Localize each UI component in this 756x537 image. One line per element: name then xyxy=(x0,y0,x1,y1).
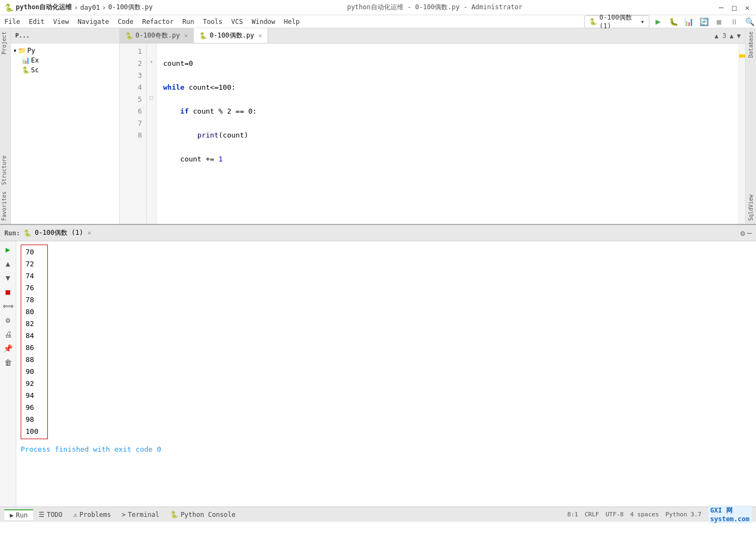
problems-text: Problems xyxy=(79,511,111,519)
run-panel-content: ▶ ▲ ▼ ■ ⟺ ⚙ 🖨 📌 🗑 70 72 74 76 7 xyxy=(0,241,756,507)
gutter-8 xyxy=(147,127,156,139)
project-panel: P... ▾ 📁 Py 📊 Ex 🐍 Sc xyxy=(11,28,120,224)
app-name: python自动化运维 xyxy=(16,3,72,12)
bottom-tab-todo[interactable]: ☰ TODO xyxy=(33,510,68,520)
toolbar-right: 🐍 0-100偶数 (1) ▾ ▶ 🐛 📊 🔄 ■ ⏸ 🔍 xyxy=(584,15,756,28)
main-layout: Project Structure Favorites P... ▾ 📁 Py … xyxy=(0,28,756,522)
maximize-button[interactable]: □ xyxy=(730,3,739,12)
run-settings-button[interactable]: ⚙ xyxy=(740,229,745,238)
annotation-down[interactable]: ▼ xyxy=(737,32,741,40)
bar-chart-icon: 📊 xyxy=(22,57,30,64)
run-scroll-down-button[interactable]: ▼ xyxy=(2,272,14,284)
code-editor: 🐍 0-100奇数.py ✕ 🐍 0-100偶数.py ✕ ▲ 3 ▲ ▼ xyxy=(120,28,745,224)
menu-vcs[interactable]: VCS xyxy=(227,17,247,27)
crlf-status[interactable]: CRLF xyxy=(585,511,599,518)
menu-view[interactable]: View xyxy=(49,17,73,27)
run-settings2-button[interactable]: ⚙ xyxy=(2,314,14,326)
line-num-6: 6 xyxy=(120,105,142,117)
gutter-fold-5[interactable]: □ xyxy=(147,91,156,103)
gutter-fold-2[interactable]: ▾ xyxy=(147,55,156,67)
indent-status[interactable]: 4 spaces xyxy=(630,511,659,518)
project-tree-item-ex[interactable]: 📊 Ex xyxy=(22,55,117,65)
output-num-70: 70 xyxy=(26,246,43,258)
code-line-6 xyxy=(163,177,739,189)
line-numbers: 1 2 3 4 5 6 7 8 xyxy=(120,43,147,224)
bottom-tab-python-console[interactable]: 🐍 Python Console xyxy=(165,510,241,520)
output-right-space xyxy=(161,241,756,507)
menu-file[interactable]: File xyxy=(0,17,24,27)
bottom-tab-terminal[interactable]: > Terminal xyxy=(116,510,165,520)
structure-tab-label[interactable]: Structure xyxy=(0,152,10,188)
project-tree-item-sc[interactable]: 🐍 Sc xyxy=(22,65,117,75)
menu-edit[interactable]: Edit xyxy=(24,17,49,27)
run-config-label: 0-100偶数 (1) xyxy=(599,13,639,30)
profile-button[interactable]: 📊 xyxy=(682,15,695,28)
run-stop-button[interactable]: ■ xyxy=(2,286,14,298)
gutter-4 xyxy=(147,79,156,91)
menu-bar: File Edit View Navigate Code Refactor Ru… xyxy=(0,15,756,28)
pause-button[interactable]: ⏸ xyxy=(728,15,741,28)
run-restart-button[interactable]: ▶ xyxy=(2,243,14,255)
run-wrap-button[interactable]: ⟺ xyxy=(2,300,14,312)
run-label: Run: xyxy=(4,229,20,237)
close-button[interactable]: ✕ xyxy=(743,3,752,12)
output-num-72: 72 xyxy=(26,258,43,270)
run-tab-text: Run xyxy=(16,511,28,519)
bottom-tab-problems[interactable]: ⚠ Problems xyxy=(68,510,116,520)
watermark: GXI 网system.com xyxy=(708,505,752,523)
coverage-button[interactable]: 🔄 xyxy=(697,15,710,28)
run-pin-button[interactable]: 📌 xyxy=(2,342,14,354)
title-bar-left: 🐍 python自动化运维 › day01 › 0-100偶数.py xyxy=(4,3,153,12)
menu-tools[interactable]: Tools xyxy=(199,17,227,27)
python-version-status[interactable]: Python 3.7 xyxy=(666,511,702,518)
tab-odd[interactable]: 🐍 0-100奇数.py ✕ xyxy=(120,28,194,43)
output-numbers-box: 70 72 74 76 78 80 82 84 86 88 90 92 94 9… xyxy=(21,245,48,439)
project-tree-item-py[interactable]: ▾ 📁 Py xyxy=(13,46,117,55)
output-num-94: 94 xyxy=(26,390,43,402)
debug-button[interactable]: 🐛 xyxy=(667,15,680,28)
tab-close-even[interactable]: ✕ xyxy=(258,32,262,39)
line-num-2: 2 xyxy=(120,58,142,70)
editor-content: 1 2 3 4 5 6 7 8 ▾ □ xyxy=(120,43,745,224)
gutter-6 xyxy=(147,103,156,115)
bottom-tab-run[interactable]: ▶ Run xyxy=(4,509,33,520)
run-print-button[interactable]: 🖨 xyxy=(2,328,14,340)
menu-run[interactable]: Run xyxy=(178,17,199,27)
database-tab[interactable]: Database xyxy=(747,28,755,61)
run-tab-close[interactable]: ✕ xyxy=(88,229,91,236)
code-area[interactable]: count=0 while count<=100: if count % 2 =… xyxy=(157,43,739,224)
search-everywhere-button[interactable]: 🔍 xyxy=(743,15,756,28)
chevron-down-icon: ▾ xyxy=(13,47,17,54)
sqld-view-tab[interactable]: SqldView xyxy=(747,191,755,224)
run-tab-label[interactable]: 0-100偶数 (1) xyxy=(35,228,83,238)
menu-refactor[interactable]: Refactor xyxy=(138,17,178,27)
stop-button[interactable]: ■ xyxy=(712,15,726,28)
menu-code[interactable]: Code xyxy=(114,17,138,27)
window-title: python自动化运维 - 0-100偶数.py - Administrator xyxy=(347,3,522,12)
menu-navigate[interactable]: Navigate xyxy=(73,17,114,27)
breadcrumb-file: 0-100偶数.py xyxy=(108,3,153,12)
window-controls: ─ □ ✕ xyxy=(717,3,752,12)
gutter-7 xyxy=(147,115,156,127)
project-tab-label[interactable]: Project xyxy=(0,28,10,58)
run-minimize-button[interactable]: ─ xyxy=(747,229,752,238)
annotation-up[interactable]: ▲ xyxy=(730,32,734,40)
annotation-marker-1 xyxy=(739,54,745,58)
run-button[interactable]: ▶ xyxy=(652,15,665,28)
code-line-2: while count<=100: xyxy=(163,82,739,93)
menu-window[interactable]: Window xyxy=(247,17,280,27)
dropdown-chevron-icon: ▾ xyxy=(641,18,645,26)
tab-even[interactable]: 🐍 0-100偶数.py ✕ xyxy=(194,28,268,43)
run-scroll-up-button[interactable]: ▲ xyxy=(2,258,14,270)
favorites-tab-label[interactable]: Favorites xyxy=(0,188,10,224)
todo-text: TODO xyxy=(47,511,63,519)
menu-help[interactable]: Help xyxy=(280,17,304,27)
run-config-dropdown[interactable]: 🐍 0-100偶数 (1) ▾ xyxy=(584,15,649,28)
terminal-text: Terminal xyxy=(128,511,159,519)
output-num-88: 88 xyxy=(26,354,43,366)
run-trash-button[interactable]: 🗑 xyxy=(2,357,14,369)
encoding-status[interactable]: UTF-8 xyxy=(605,511,623,518)
minimize-button[interactable]: ─ xyxy=(717,3,726,12)
tab-close-odd[interactable]: ✕ xyxy=(184,32,188,39)
output-num-76: 76 xyxy=(26,282,43,294)
